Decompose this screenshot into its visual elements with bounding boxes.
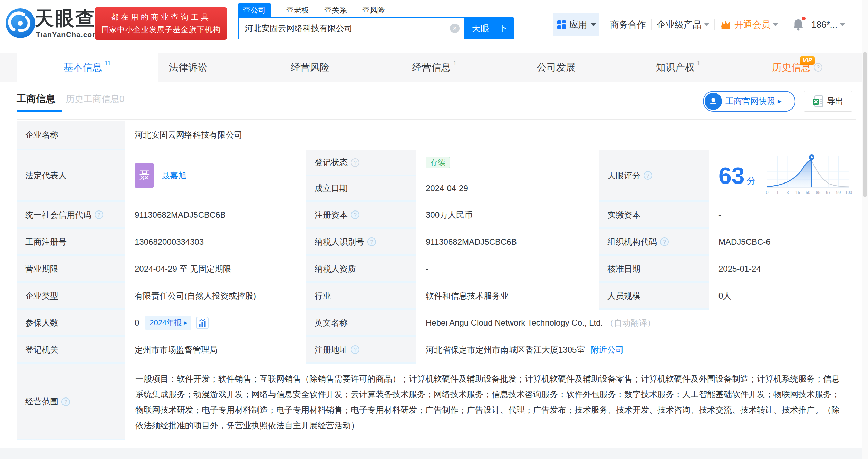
field-label: 登记机关 (25, 344, 58, 355)
vip-badge: VIP (800, 56, 815, 65)
field-value: 130682000334303 (135, 237, 204, 247)
insured-trend-icon[interactable] (196, 317, 209, 329)
arrow-right-icon: ▶ (184, 320, 187, 325)
search-tab-company[interactable]: 查公司 (238, 3, 271, 17)
tianyancha-logo-icon[interactable] (6, 8, 35, 38)
top-header: 天眼查 TianYanCha.com 都在用的商业查询工具 国家中小企业发展子基… (0, 0, 868, 53)
table-row: 统一社会信用代码 ? 91130682MADJ5CBC6B 注册资本 ? 300… (17, 202, 856, 227)
field-value: 定州市市场监督管理局 (135, 344, 218, 355)
help-icon[interactable]: ? (367, 237, 376, 246)
tab-intellectual-property[interactable]: 知识产权 1 (656, 53, 700, 82)
field-value: MADJ5CBC-6 (718, 237, 771, 247)
help-icon[interactable]: ? (351, 345, 359, 354)
help-icon[interactable]: ? (61, 397, 70, 406)
help-icon[interactable]: ? (814, 63, 822, 72)
tab-label: 经营风险 (291, 61, 329, 74)
official-snapshot-button[interactable]: 工商官网快照 ▶ (703, 91, 795, 112)
subtab-business-info[interactable]: 工商信息 (17, 92, 55, 105)
field-label: 行业 (315, 290, 331, 301)
snapshot-label: 工商官网快照 (725, 96, 775, 107)
promo-line2: 国家中小企业发展子基金旗下机构 (102, 25, 221, 35)
table-row: 工商注册号 130682000334303 纳税人识别号 ? 91130682M… (17, 229, 856, 254)
svg-text:3: 3 (787, 190, 789, 195)
active-subtab-underline (17, 110, 62, 112)
notification-bell[interactable] (792, 18, 804, 31)
stamp-icon (705, 93, 722, 110)
field-value: 软件和信息技术服务业 (426, 290, 509, 301)
user-account[interactable]: 186*... (811, 19, 837, 30)
tab-legal-litigation[interactable]: 法律诉讼 (169, 53, 208, 82)
clear-icon[interactable]: ✕ (450, 24, 460, 33)
field-label: 纳税人识别号 (315, 236, 364, 247)
annual-report-badge[interactable]: 2024年报 ▶ (145, 316, 191, 330)
tab-history-info[interactable]: 历史信息 ? VIP (772, 53, 822, 82)
avatar: 聂 (135, 163, 154, 188)
divider (651, 19, 652, 30)
field-label: 统一社会信用代码 (25, 209, 91, 221)
field-label: 工商注册号 (25, 236, 67, 247)
brand-name[interactable]: 天眼查 (35, 6, 96, 32)
legal-rep-link[interactable]: 聂嘉旭 (162, 170, 186, 181)
insured-count: 0 (135, 318, 139, 328)
business-info-table: 企业名称 河北安固云网络科技有限公司 法定代表人 聂 聂嘉旭 登记状态 ? 存续 (17, 119, 856, 440)
table-row: 法定代表人 聂 聂嘉旭 登记状态 ? 存续 成立日期 2024-04-29 天眼… (17, 150, 856, 200)
search-tab-boss[interactable]: 查老板 (286, 3, 309, 17)
svg-text:0: 0 (766, 190, 769, 195)
export-button[interactable]: 导出 (804, 91, 852, 112)
apps-menu[interactable]: 应用 (553, 13, 599, 36)
nav-enterprise-products[interactable]: 企业级产品 (657, 19, 702, 31)
search-tab-risk[interactable]: 查风险 (362, 3, 385, 17)
search-button[interactable]: 天眼一下 (465, 17, 514, 39)
scrollbar-thumb[interactable] (863, 52, 867, 197)
tab-operation-risk[interactable]: 经营风险 (291, 53, 329, 82)
field-value: 2025-01-24 (718, 264, 761, 274)
nav-membership[interactable]: 开通会员 (734, 19, 770, 31)
svg-text:97: 97 (826, 190, 831, 195)
address-value: 河北省保定市定州市南城区香江大厦1305室 (426, 344, 585, 355)
tab-count: 11 (105, 60, 111, 67)
chevron-down-icon (773, 23, 778, 26)
field-value: 91130682MADJ5CBC6B (135, 210, 226, 220)
subtab-history-business-info[interactable]: 历史工商信息0 (66, 93, 124, 105)
promo-banner: 都在用的商业查询工具 国家中小企业发展子基金旗下机构 (95, 7, 227, 40)
help-icon[interactable]: ? (644, 171, 652, 180)
header-nav: 应用 商务合作 企业级产品 开通会员 186*... (553, 13, 845, 36)
tab-label: 基本信息 (64, 61, 102, 74)
crown-icon (720, 19, 732, 30)
status-badge: 存续 (426, 157, 450, 168)
field-label: 注册地址 (315, 344, 348, 355)
tab-company-development[interactable]: 公司发展 (537, 53, 576, 82)
score-unit: 分 (747, 175, 756, 187)
help-icon[interactable]: ? (660, 237, 669, 246)
divider (714, 19, 715, 30)
field-label: 人员规模 (607, 290, 640, 301)
help-icon[interactable]: ? (95, 210, 103, 219)
field-label: 注册资本 (315, 209, 348, 221)
arrow-right-icon: ▶ (778, 98, 782, 104)
excel-icon (813, 95, 823, 107)
svg-text:50: 50 (806, 190, 810, 195)
search-input[interactable]: 河北安固云网络科技有限公司 (239, 23, 450, 34)
section-tabbar: 基本信息 11 法律诉讼 经营风险 经营信息 1 公司发展 知识产权 1 历史信… (0, 53, 868, 82)
field-value: 0人 (718, 290, 731, 301)
field-label: 企业名称 (25, 129, 58, 140)
tab-basic-info[interactable]: 基本信息 11 (17, 53, 158, 82)
nav-cooperation[interactable]: 商务合作 (610, 19, 646, 31)
chevron-down-icon (840, 23, 845, 26)
help-icon[interactable]: ? (351, 158, 359, 167)
scrollbar-track (862, 0, 868, 459)
search-tab-relation[interactable]: 查关系 (324, 3, 347, 17)
field-label: 企业类型 (25, 290, 58, 301)
field-label: 核准日期 (607, 263, 640, 274)
nearby-companies-link[interactable]: 附近公司 (590, 344, 624, 355)
help-icon[interactable]: ? (351, 210, 359, 219)
svg-text:100: 100 (845, 190, 852, 195)
field-value: 91130682MADJ5CBC6B (426, 237, 517, 247)
apps-label: 应用 (569, 19, 587, 31)
table-row: 登记机关 定州市市场监督管理局 注册地址 ? 河北省保定市定州市南城区香江大厦1… (17, 337, 856, 362)
business-scope-value: 一般项目：软件开发；软件销售；互联网销售（除销售需要许可的商品）；计算机软硬件及… (125, 364, 856, 439)
tab-operation-info[interactable]: 经营信息 1 (412, 53, 456, 82)
notification-dot (802, 17, 806, 20)
brand-domain: TianYanCha.com (36, 30, 99, 39)
tab-count: 1 (697, 60, 700, 67)
